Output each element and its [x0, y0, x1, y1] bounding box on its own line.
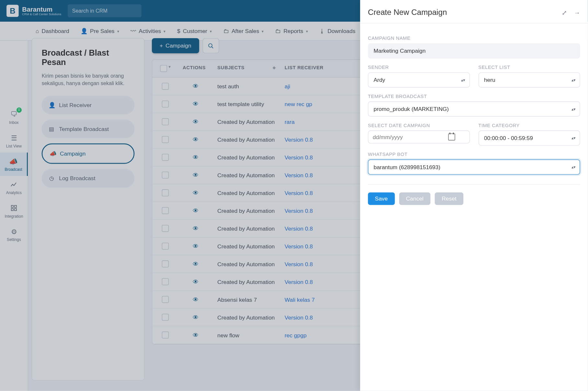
label-select-list: SELECT LIST [478, 65, 580, 70]
drawer-body: CAMPAIGN NAME SENDER ▴▾ SELECT LIST ▴▾ [360, 23, 588, 211]
whatsapp-bot-select[interactable] [368, 159, 580, 175]
select-caret-icon: ▴▾ [571, 108, 576, 110]
calendar-icon [448, 134, 455, 140]
drawer-actions: Save Cancel Reset [368, 184, 580, 205]
label-template: TEMPLATE BROADCAST [368, 93, 580, 99]
date-field[interactable] [373, 134, 446, 140]
select-list-select[interactable] [478, 72, 580, 88]
drawer-header: Create New Campaign ⤢ → [360, 0, 588, 23]
reset-button[interactable]: Reset [435, 192, 463, 205]
cancel-button[interactable]: Cancel [399, 192, 430, 205]
label-date: SELECT DATE CAMPAIGN [368, 123, 469, 128]
select-caret-icon: ▴▾ [571, 79, 576, 81]
drawer-title: Create New Campaign [368, 8, 447, 17]
select-caret-icon: ▴▾ [571, 137, 576, 139]
arrow-right-icon[interactable]: → [574, 9, 580, 16]
campaign-name-input[interactable] [368, 43, 580, 59]
label-campaign-name: CAMPAIGN NAME [368, 36, 580, 41]
label-time: TIME CATEGORY [478, 123, 580, 128]
expand-icon[interactable]: ⤢ [562, 9, 567, 16]
template-select[interactable] [368, 102, 580, 117]
create-campaign-drawer: Create New Campaign ⤢ → CAMPAIGN NAME SE… [360, 0, 588, 391]
time-select[interactable] [478, 130, 580, 146]
label-sender: SENDER [368, 65, 469, 70]
save-button[interactable]: Save [368, 192, 395, 205]
select-caret-icon: ▴▾ [461, 79, 465, 81]
date-input[interactable] [368, 130, 469, 143]
select-caret-icon: ▴▾ [571, 166, 576, 168]
label-bot: WHATSAPP BOT [368, 152, 580, 157]
sender-select[interactable] [368, 72, 469, 88]
